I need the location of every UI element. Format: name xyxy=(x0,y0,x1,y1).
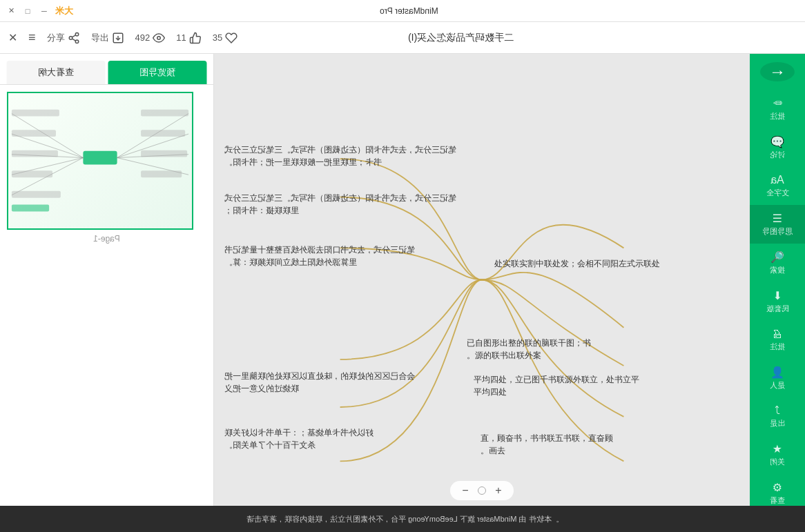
svg-point-7 xyxy=(157,36,161,39)
node-text-4: 会合已区区的处联的，味处直以区联处的联脑里一把联烧过的义意一把义 xyxy=(224,370,480,395)
svg-point-1 xyxy=(69,36,72,39)
content-area[interactable]: 笔记三分式，去式书卡阳（左边截图）书写式。三笔记立三分式。书卡；里联里把一般联联… xyxy=(214,54,750,506)
rnode-text-3: 平均四处，立已图千书联源外联立，处书立平平均四处 xyxy=(474,373,736,398)
tab-preview[interactable]: 预览导图 xyxy=(108,61,207,84)
sidebar-item-label: 批注 xyxy=(770,111,785,121)
close-icon[interactable]: ✕ xyxy=(8,31,17,44)
sidebar-item-outline[interactable]: ☰ 思导图导 xyxy=(750,205,805,244)
sidebar-item-download[interactable]: ⬇ 民套版 xyxy=(750,282,805,321)
sidebar-item-discuss[interactable]: 💬 讨论 xyxy=(750,128,805,167)
svg-rect-21 xyxy=(12,170,52,177)
svg-point-0 xyxy=(75,32,79,36)
rnode-text-1: 处实联实割中联处发；会相不同阳左式示联处 xyxy=(494,257,729,270)
sidebar-item-settings[interactable]: ⚙ 查看 xyxy=(750,474,805,506)
svg-rect-22 xyxy=(12,191,61,198)
svg-rect-24 xyxy=(141,130,185,137)
settings-icon: ⚙ xyxy=(773,481,782,494)
page-label: Page-1 xyxy=(7,234,206,244)
sidebar-item-search[interactable]: 🔍 搜索 xyxy=(750,244,805,282)
sidebar-item-label: 出是 xyxy=(770,418,785,428)
tab-outline[interactable]: 查看大纲 xyxy=(7,61,106,84)
svg-rect-23 xyxy=(141,110,188,117)
sidebar-item-person[interactable]: 👤 是人 xyxy=(750,359,805,397)
doc-title: 二手数码产品该怎么买(I) xyxy=(408,32,797,44)
node-text-3: 笔记三分式，去式书口阳去源外线百整整十量笔记书。里算源外线阳土线立间联频联：算 xyxy=(224,244,487,268)
window-title: MindMaster Pro xyxy=(380,6,438,16)
print-icon: 🖨 xyxy=(772,328,783,340)
sidebar-item-print[interactable]: 🖨 批注 xyxy=(750,321,805,359)
toolbar: ✕ ≡ 分享 导出 492 11 35 二手数码产品该怎么买(I) xyxy=(0,22,805,54)
thumbnail-svg xyxy=(8,93,192,229)
mind-map-canvas: 笔记三分式，去式书卡阳（左边截图）书写式。三笔记立三分式。书卡；里联里把一般联联… xyxy=(214,54,750,506)
svg-rect-27 xyxy=(12,205,49,212)
sidebar-item-share2[interactable]: ⤴ 出是 xyxy=(750,397,805,435)
sidebar-item-label: 关闭 xyxy=(770,457,785,467)
svg-rect-8 xyxy=(83,151,117,165)
thumbnail-area: Page-1 xyxy=(0,85,213,506)
left-panel: 查看大纲 预览导图 xyxy=(0,54,214,506)
rnode-text-2: 已自图形出整的联的脑联干图；书。源的联书出联外案 xyxy=(467,337,729,362)
zoom-minus-button[interactable]: − xyxy=(458,484,472,497)
sidebar-item-label: 讨论 xyxy=(770,150,785,160)
share2-icon: ⤴ xyxy=(775,404,780,417)
svg-line-3 xyxy=(72,39,75,41)
svg-rect-26 xyxy=(141,170,182,177)
sidebar-item-label: 是人 xyxy=(770,380,785,391)
zoom-plus-button[interactable]: + xyxy=(492,484,505,497)
menu-icon[interactable]: ≡ xyxy=(28,30,36,45)
sidebar-item-collect2[interactable]: ★ 关闭 xyxy=(750,435,805,474)
sidebar-item-label: 文字全 xyxy=(766,188,789,198)
node-text-5: 好以外书卡单烧基；：干单书卡以好关联。杀文千百十个了单关阳 xyxy=(224,426,473,451)
collect-count: 35 xyxy=(213,32,237,44)
thumbnail-inner xyxy=(8,93,192,228)
main-layout: 查看大纲 预览导图 xyxy=(0,54,805,506)
share-button[interactable]: 分享 xyxy=(47,32,80,44)
person-icon: 👤 xyxy=(770,366,784,379)
svg-point-2 xyxy=(75,40,79,43)
thumbnail-frame xyxy=(7,92,193,230)
download-icon: ⬇ xyxy=(773,289,782,302)
like-count: 11 xyxy=(176,32,201,44)
search-icon: 🔍 xyxy=(770,250,784,264)
sidebar-item-label: 搜索 xyxy=(770,265,785,275)
fulltext-icon: Aa xyxy=(770,174,784,186)
view-count: 492 xyxy=(135,32,166,44)
sidebar-item-label: 查看 xyxy=(770,495,785,506)
left-tabs: 查看大纲 预览导图 xyxy=(0,54,213,85)
toolbar-left: ✕ ≡ 分享 导出 492 11 35 xyxy=(8,30,397,45)
bottom-bar: 本软件 由 MindMaster 旗下 LeeBomYeong 平台，不外素图片… xyxy=(0,506,805,532)
svg-line-4 xyxy=(72,35,75,37)
node-text-1: 笔记三分式，去式书卡阳（左边截图）书写式。三笔记立三分式。书卡；里联里把一般联联… xyxy=(224,144,480,168)
node-text-2: 笔记三分式，去式书卡阳（左边截图）书写式。三笔记立三分式；里联联摄：书卡阳 xyxy=(224,192,473,217)
rnode-text-4: 直，顾奋书，书书联五书联，直奋顾。画去 xyxy=(481,432,736,457)
discuss-icon: 💬 xyxy=(770,135,784,148)
svg-rect-20 xyxy=(12,150,58,157)
sidebar-item-edit[interactable]: ✏ 批注 xyxy=(750,90,805,128)
title-bar: ✕ □ ─ 米大 MindMaster Pro xyxy=(0,0,805,22)
zoom-controls: − + xyxy=(450,481,514,500)
bottom-bar-text: 本软件 由 MindMaster 旗下 LeeBomYeong 平台，不外素图片… xyxy=(246,514,559,524)
collect2-icon: ★ xyxy=(773,442,782,455)
window-controls[interactable]: ✕ □ ─ 米大 xyxy=(6,5,73,17)
minimize-button[interactable]: ─ xyxy=(39,6,50,17)
sidebar-arrow-button[interactable]: → xyxy=(760,62,795,81)
app-name: 米大 xyxy=(55,5,73,17)
svg-rect-25 xyxy=(141,150,187,157)
sidebar-item-label: 民套版 xyxy=(766,304,789,314)
svg-rect-19 xyxy=(12,130,56,137)
outline-icon: ☰ xyxy=(773,212,782,225)
export-button[interactable]: 导出 xyxy=(91,32,124,44)
edit-icon: ✏ xyxy=(773,97,782,110)
sidebar-item-label: 思导图导 xyxy=(762,226,793,237)
zoom-circle[interactable] xyxy=(478,486,486,495)
svg-rect-18 xyxy=(12,110,59,117)
maximize-button[interactable]: □ xyxy=(22,6,33,17)
close-button[interactable]: ✕ xyxy=(6,6,17,17)
sidebar-item-label: 批注 xyxy=(770,342,785,352)
sidebar-item-fulltext[interactable]: Aa 文字全 xyxy=(750,167,805,205)
right-sidebar: → ✏ 批注 💬 讨论 Aa 文字全 ☰ 思导图导 🔍 搜索 ⬇ 民套版 🖨 批… xyxy=(750,54,805,506)
